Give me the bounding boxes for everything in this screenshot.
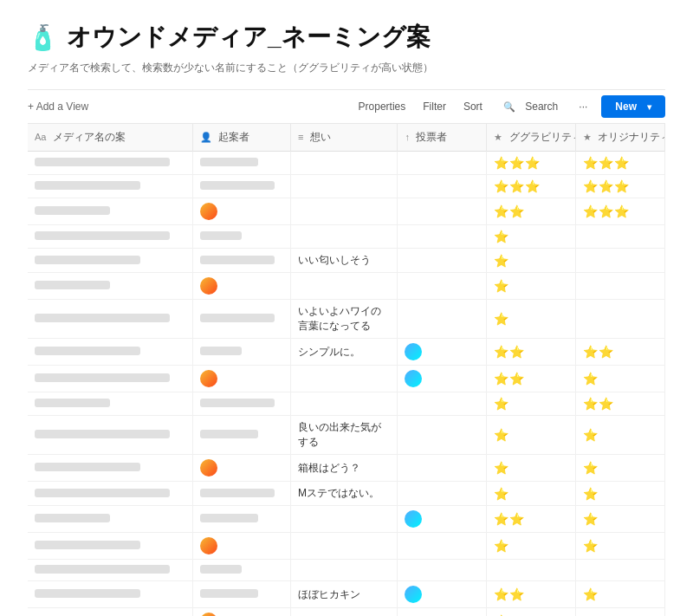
table-row[interactable]: ⭐⭐⭐⭐⭐ <box>28 198 665 225</box>
sort-button[interactable]: Sort <box>460 99 486 114</box>
table-body: ⭐⭐⭐⭐⭐⭐⭐⭐⭐⭐⭐⭐⭐⭐⭐⭐⭐⭐いい匂いしそう⭐⭐いよいよハワイの言葉になっ… <box>28 152 665 617</box>
more-button[interactable]: ··· <box>575 99 591 114</box>
cell-voter <box>398 273 487 300</box>
voter-avatar <box>405 586 422 603</box>
cell-name <box>28 455 192 482</box>
cell-thought: Mステではない。 <box>290 482 397 506</box>
table-row[interactable]: いい匂いしそう⭐ <box>28 249 665 273</box>
new-button[interactable]: New ▾ <box>601 95 665 118</box>
cell-starter <box>192 249 290 273</box>
cell-thought <box>290 560 397 581</box>
cell-starter <box>192 533 290 560</box>
table-row[interactable] <box>28 560 665 581</box>
cell-thought <box>290 392 397 416</box>
avatar <box>200 613 217 616</box>
cell-voter <box>398 581 487 608</box>
cell-gg: ⭐⭐⭐ <box>487 152 576 175</box>
cell-starter <box>192 339 290 366</box>
col-header-starter: 👤 起案者 <box>192 124 290 152</box>
table-row[interactable]: ⭐ <box>28 608 665 617</box>
cell-thought <box>290 366 397 392</box>
cell-thought: 良いの出来た気がする <box>290 416 397 455</box>
add-view-button[interactable]: + Add a View <box>28 101 88 113</box>
table-row[interactable]: シンプルに。⭐⭐⭐⭐ <box>28 339 665 366</box>
cell-orig <box>576 273 665 300</box>
cell-voter <box>398 249 487 273</box>
cell-thought <box>290 273 397 300</box>
cell-gg: ⭐ <box>487 249 576 273</box>
data-table: Aa メディア名の案 👤 起案者 ≡ 想い ↑ 投票者 <box>28 124 665 616</box>
table-row[interactable]: ⭐⭐ <box>28 533 665 560</box>
cell-thought <box>290 198 397 225</box>
page-subtitle: メディア名で検索して、検索数が少ない名前にすること（ググラビリティが高い状態） <box>28 61 665 75</box>
table-row[interactable]: ⭐ <box>28 273 665 300</box>
cell-voter <box>398 339 487 366</box>
cell-name <box>28 560 192 581</box>
cell-starter <box>192 608 290 617</box>
table-row[interactable]: Mステではない。⭐⭐ <box>28 482 665 506</box>
cell-thought <box>290 152 397 175</box>
cell-voter <box>398 533 487 560</box>
cell-voter <box>398 175 487 198</box>
cell-name <box>28 198 192 225</box>
cell-gg: ⭐ <box>487 225 576 249</box>
voter-avatar <box>405 343 422 360</box>
cell-name <box>28 482 192 506</box>
cell-orig: ⭐ <box>576 455 665 482</box>
table-row[interactable]: ⭐⭐⭐ <box>28 366 665 392</box>
properties-button[interactable]: Properties <box>355 99 410 114</box>
person-icon: 👤 <box>200 132 212 142</box>
cell-orig <box>576 608 665 617</box>
cell-gg: ⭐ <box>487 533 576 560</box>
cell-gg: ⭐ <box>487 608 576 617</box>
cell-voter <box>398 506 487 533</box>
table-row[interactable]: 良いの出来た気がする⭐⭐ <box>28 416 665 455</box>
cell-name <box>28 225 192 249</box>
cell-name <box>28 608 192 617</box>
cell-thought <box>290 608 397 617</box>
table-row[interactable]: ⭐ <box>28 225 665 249</box>
cell-voter <box>398 198 487 225</box>
star-icon-gg: ★ <box>494 132 502 142</box>
voter-avatar <box>405 370 422 387</box>
cell-orig: ⭐ <box>576 533 665 560</box>
cell-gg: ⭐ <box>487 392 576 416</box>
cell-orig: ⭐⭐⭐ <box>576 175 665 198</box>
col-header-gg: ★ ググラビリティ <box>487 124 576 152</box>
table-row[interactable]: 箱根はどう？⭐⭐ <box>28 455 665 482</box>
page-container: 🧴 オウンドメディア_ネーミング案 メディア名で検索して、検索数が少ない名前にす… <box>0 0 693 616</box>
cell-gg: ⭐ <box>487 455 576 482</box>
cell-name <box>28 273 192 300</box>
table-row[interactable]: ほぼヒカキン⭐⭐⭐ <box>28 581 665 608</box>
search-button[interactable]: 🔍 Search <box>496 99 565 114</box>
table-row[interactable]: ⭐⭐⭐⭐⭐⭐ <box>28 175 665 198</box>
cell-orig <box>576 560 665 581</box>
cell-name <box>28 533 192 560</box>
col-header-name: Aa メディア名の案 <box>28 124 192 152</box>
page-title: オウンドメディア_ネーミング案 <box>67 21 431 54</box>
table-row[interactable]: ⭐⭐⭐ <box>28 506 665 533</box>
chevron-down-icon: ▾ <box>644 101 655 113</box>
toolbar-right: Properties Filter Sort 🔍 Search ··· New … <box>355 95 665 118</box>
cell-thought: いよいよハワイの言葉になってる <box>290 300 397 339</box>
table-row[interactable]: いよいよハワイの言葉になってる⭐ <box>28 300 665 339</box>
cell-thought <box>290 175 397 198</box>
table-row[interactable]: ⭐⭐⭐ <box>28 392 665 416</box>
cell-name <box>28 366 192 392</box>
avatar <box>200 537 217 554</box>
cell-thought <box>290 533 397 560</box>
cell-starter <box>192 175 290 198</box>
avatar <box>200 203 217 220</box>
voter-avatar <box>405 510 422 528</box>
cell-voter <box>398 225 487 249</box>
filter-button[interactable]: Filter <box>419 99 450 114</box>
cell-gg: ⭐ <box>487 482 576 506</box>
cell-name <box>28 506 192 533</box>
cell-gg: ⭐⭐ <box>487 198 576 225</box>
text-icon: Aa <box>35 132 46 142</box>
cell-voter <box>398 152 487 175</box>
table-row[interactable]: ⭐⭐⭐⭐⭐⭐ <box>28 152 665 175</box>
cell-gg: ⭐⭐ <box>487 339 576 366</box>
cell-orig: ⭐⭐⭐ <box>576 152 665 175</box>
cell-thought: ほぼヒカキン <box>290 581 397 608</box>
